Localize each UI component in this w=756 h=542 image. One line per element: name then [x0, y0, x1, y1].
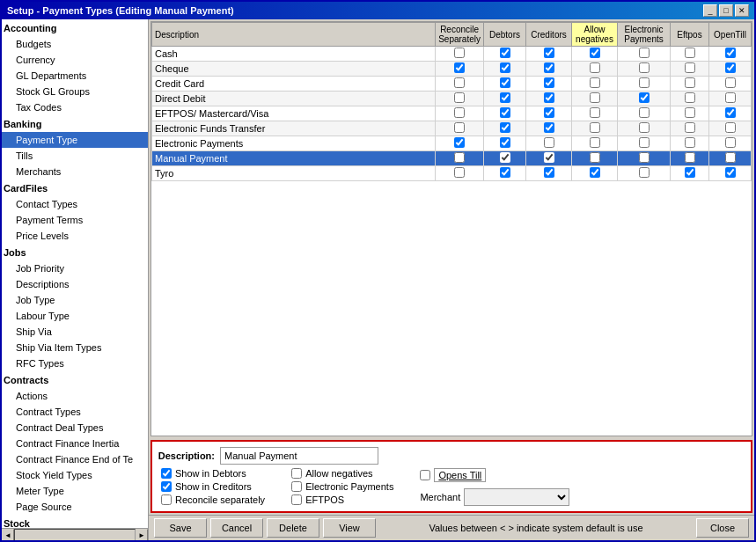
cell-electronic: [618, 121, 671, 136]
sidebar-item-labour-type[interactable]: Labour Type: [2, 308, 148, 324]
sidebar-group-stock[interactable]: Stock: [2, 515, 148, 528]
close-window-button[interactable]: ✕: [735, 4, 749, 17]
cell-allow-neg: [572, 136, 618, 151]
sidebar-item-stock-yield-types[interactable]: Stock Yield Types: [2, 467, 148, 483]
eftpos-checkbox[interactable]: [291, 494, 302, 505]
description-input[interactable]: [220, 447, 378, 465]
cell-creditors: [526, 62, 572, 77]
cell-opentill: [709, 77, 752, 92]
table-row[interactable]: Cash: [152, 47, 752, 62]
cell-opentill: [709, 62, 752, 77]
cell-reconcile: [436, 166, 484, 181]
cell-reconcile: [436, 77, 484, 92]
cell-description: Manual Payment: [152, 151, 436, 166]
cell-debtors: [484, 106, 526, 121]
content-area: Description ReconcileSeparately Debtors …: [149, 19, 754, 540]
cell-description: Electronic Funds Transfer: [152, 121, 436, 136]
cell-creditors: [526, 47, 572, 62]
sidebar-item-actions[interactable]: Actions: [2, 388, 148, 404]
sidebar-item-contract-deal-types[interactable]: Contract Deal Types: [2, 420, 148, 436]
cell-creditors: [526, 136, 572, 151]
table-row[interactable]: Electronic Funds Transfer: [152, 121, 752, 136]
cell-reconcile: [436, 92, 484, 106]
show-creditors-label: Show in Creditors: [175, 481, 252, 492]
cell-opentill: [709, 166, 752, 181]
sidebar-item-stock-gl-groups[interactable]: Stock GL Groups: [2, 84, 148, 99]
table-row[interactable]: Credit Card: [152, 77, 752, 92]
table-row[interactable]: Direct Debit: [152, 92, 752, 106]
view-button[interactable]: View: [323, 518, 376, 538]
cell-creditors: [526, 106, 572, 121]
cell-opentill: [709, 121, 752, 136]
sidebar-item-job-priority[interactable]: Job Priority: [2, 260, 148, 276]
electronic-checkbox[interactable]: [291, 481, 302, 492]
sidebar-item-tax-codes[interactable]: Tax Codes: [2, 99, 148, 115]
save-button[interactable]: Save: [154, 518, 207, 538]
cell-debtors: [484, 47, 526, 62]
table-row[interactable]: Cheque: [152, 62, 752, 77]
show-debtors-row: Show in Debtors: [161, 468, 265, 479]
cell-description: Credit Card: [152, 77, 436, 92]
sidebar-item-job-type[interactable]: Job Type: [2, 292, 148, 308]
table-row[interactable]: Tyro: [152, 166, 752, 181]
table-row[interactable]: Manual Payment: [152, 151, 752, 166]
sidebar-item-payment-terms[interactable]: Payment Terms: [2, 212, 148, 228]
sidebar-item-gl-departments[interactable]: GL Departments: [2, 68, 148, 84]
cell-description: Cash: [152, 47, 436, 62]
sidebar-item-merchants[interactable]: Merchants: [2, 164, 148, 179]
footer-status: Values between < > indicate system defau…: [379, 523, 693, 533]
cell-reconcile: [436, 121, 484, 136]
sidebar-group-contracts[interactable]: Contracts: [2, 371, 148, 388]
sidebar-item-budgets[interactable]: Budgets: [2, 36, 148, 52]
sidebar-item-price-levels[interactable]: Price Levels: [2, 228, 148, 244]
sidebar-item-ship-via[interactable]: Ship Via: [2, 324, 148, 340]
scroll-left-button[interactable]: ◄: [2, 529, 14, 540]
cell-eftpos: [671, 47, 709, 62]
reconcile-checkbox[interactable]: [161, 494, 172, 505]
table-row[interactable]: EFTPOS/ Mastercard/Visa: [152, 106, 752, 121]
electronic-row: Electronic Payments: [291, 481, 393, 492]
sidebar-group-cardfiles[interactable]: CardFiles: [2, 179, 148, 196]
merchant-select[interactable]: [464, 488, 569, 506]
allow-neg-checkbox[interactable]: [291, 468, 302, 479]
sidebar-item-contract-finance-end-of-te[interactable]: Contract Finance End of Te: [2, 451, 148, 467]
sidebar-group-banking[interactable]: Banking: [2, 115, 148, 132]
cancel-button[interactable]: Cancel: [210, 518, 263, 538]
cell-electronic: [618, 47, 671, 62]
cell-reconcile: [436, 136, 484, 151]
sidebar-item-contact-types[interactable]: Contact Types: [2, 196, 148, 212]
opens-till-label[interactable]: Opens Till: [434, 468, 486, 482]
sidebar-item-rfc-types[interactable]: RFC Types: [2, 355, 148, 371]
minimize-button[interactable]: _: [703, 4, 717, 17]
sidebar-item-contract-finance-inertia[interactable]: Contract Finance Inertia: [2, 436, 148, 451]
sidebar-item-descriptions[interactable]: Descriptions: [2, 276, 148, 292]
sidebar-item-page-source[interactable]: Page Source: [2, 499, 148, 515]
col-opentill: OpenTill: [709, 23, 752, 47]
sidebar-group-accounting[interactable]: Accounting: [2, 19, 148, 36]
eftpos-label: EFTPOS: [305, 494, 344, 505]
col-debtors: Debtors: [484, 23, 526, 47]
show-creditors-checkbox[interactable]: [161, 481, 172, 492]
sidebar-group-jobs[interactable]: Jobs: [2, 244, 148, 260]
scroll-right-button[interactable]: ►: [136, 529, 148, 540]
sidebar-item-contract-types[interactable]: Contract Types: [2, 404, 148, 420]
cell-description: Direct Debit: [152, 92, 436, 106]
cell-electronic: [618, 166, 671, 181]
table-row[interactable]: Electronic Payments: [152, 136, 752, 151]
edit-panel: Description: Show in Debtors Show in Cre…: [150, 440, 752, 513]
sidebar-item-tills[interactable]: Tills: [2, 148, 148, 164]
cell-electronic: [618, 106, 671, 121]
delete-button[interactable]: Delete: [267, 518, 319, 538]
sidebar-item-payment-type[interactable]: Payment Type: [2, 132, 148, 148]
show-debtors-checkbox[interactable]: [161, 468, 172, 479]
sidebar-item-meter-type[interactable]: Meter Type: [2, 483, 148, 499]
sidebar-item-currency[interactable]: Currency: [2, 52, 148, 68]
opens-till-checkbox[interactable]: [420, 470, 430, 480]
cell-opentill: [709, 47, 752, 62]
cell-allow-neg: [572, 106, 618, 121]
sidebar-item-ship-via-item-types[interactable]: Ship Via Item Types: [2, 340, 148, 355]
cell-electronic: [618, 62, 671, 77]
close-button[interactable]: Close: [696, 518, 749, 538]
restore-button[interactable]: □: [719, 4, 733, 17]
col-eftpos: Eftpos: [671, 23, 709, 47]
